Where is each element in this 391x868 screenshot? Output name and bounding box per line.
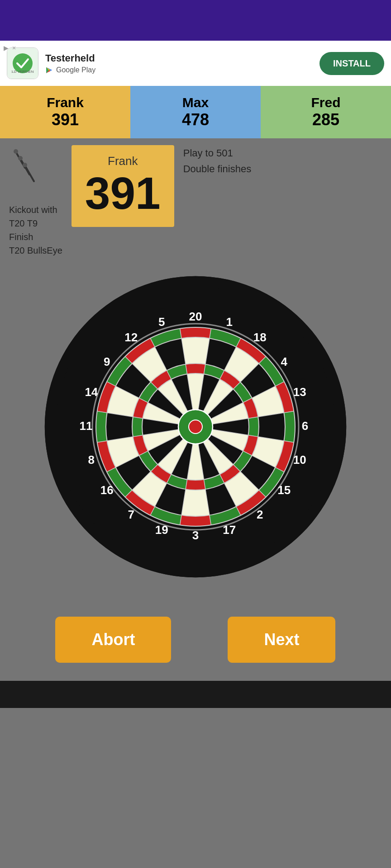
abort-button[interactable]: Abort bbox=[55, 617, 171, 663]
darts-icon bbox=[9, 145, 62, 198]
close-ad-button[interactable]: ▶ × bbox=[4, 44, 16, 52]
kickout-label: Kickout with bbox=[9, 203, 62, 217]
player-score-fred: 285 bbox=[265, 110, 386, 129]
current-score-value: 391 bbox=[85, 168, 161, 218]
current-score-box: Frank 391 bbox=[72, 145, 174, 227]
install-button[interactable]: INSTALL bbox=[319, 52, 384, 75]
dartboard[interactable] bbox=[42, 273, 349, 580]
player-scores: Frank 391 Max 478 Fred 285 bbox=[0, 86, 391, 138]
player-score-max: 478 bbox=[135, 110, 256, 129]
rule-line1: Play to 501 bbox=[183, 145, 251, 161]
bottom-bar bbox=[0, 681, 391, 708]
player-box-fred[interactable]: Fred 285 bbox=[261, 86, 391, 138]
ad-icon: GELD VERDIENEN bbox=[7, 47, 38, 79]
dartboard-container bbox=[0, 264, 391, 590]
kickout-combo: T20 T9 bbox=[9, 217, 62, 230]
finish-label: Finish bbox=[9, 230, 62, 244]
darts-info: Kickout with T20 T9 Finish T20 BullsEye bbox=[9, 145, 62, 257]
svg-line-6 bbox=[25, 165, 34, 181]
status-bar bbox=[0, 0, 391, 41]
ad-text: Testerheld Google Play bbox=[45, 52, 313, 74]
ad-google: Google Play bbox=[45, 66, 313, 74]
player-score-frank: 391 bbox=[5, 110, 126, 129]
player-name-max: Max bbox=[135, 95, 256, 110]
svg-point-7 bbox=[23, 163, 27, 167]
kickout-text: Kickout with T20 T9 Finish T20 BullsEye bbox=[9, 203, 62, 257]
player-name-frank: Frank bbox=[5, 95, 126, 110]
svg-point-3 bbox=[14, 149, 18, 154]
finish-combo: T20 BullsEye bbox=[9, 244, 62, 257]
player-box-max[interactable]: Max 478 bbox=[130, 86, 261, 138]
close-icon[interactable]: × bbox=[12, 44, 16, 52]
svg-point-5 bbox=[18, 156, 23, 160]
player-name-fred: Fred bbox=[265, 95, 386, 110]
google-play-label: Google Play bbox=[56, 66, 95, 74]
ad-label: ▶ bbox=[4, 44, 9, 52]
ad-title: Testerheld bbox=[45, 52, 313, 64]
bottom-buttons: Abort Next bbox=[0, 599, 391, 681]
player-box-frank[interactable]: Frank 391 bbox=[0, 86, 130, 138]
svg-text:GELD VERDIENEN: GELD VERDIENEN bbox=[11, 70, 34, 74]
game-area: Kickout with T20 T9 Finish T20 BullsEye … bbox=[0, 138, 391, 264]
google-play-icon bbox=[45, 66, 53, 74]
next-button[interactable]: Next bbox=[228, 617, 335, 663]
game-rules: Play to 501 Double finishes bbox=[183, 145, 251, 177]
ad-banner: ▶ × GELD VERDIENEN Testerheld Google Pla… bbox=[0, 41, 391, 86]
rule-line2: Double finishes bbox=[183, 161, 251, 177]
current-score-name: Frank bbox=[85, 154, 161, 168]
